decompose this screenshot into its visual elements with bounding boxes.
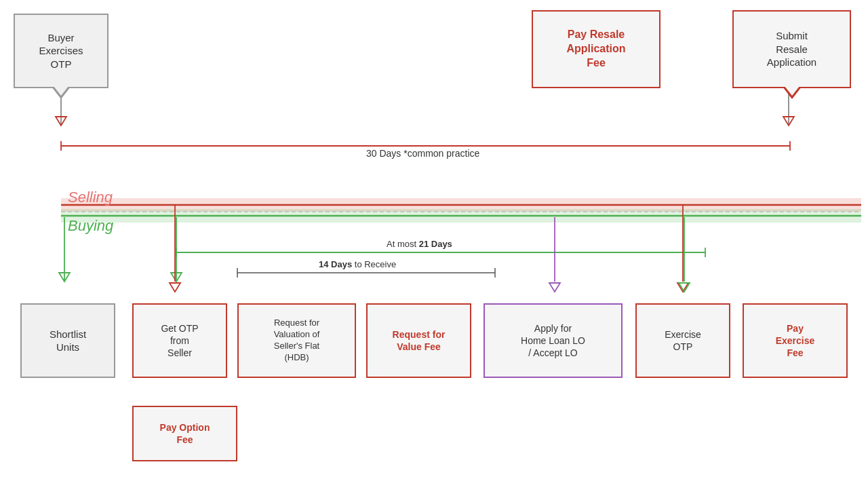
pay-option-fee-label: Pay OptionFee [160,421,210,446]
pay-exercise-fee-box: PayExerciseFee [743,303,848,378]
21-days-label: At most 21 Days [387,239,452,249]
selling-band [61,198,861,212]
buyer-otp-pentagon-fill [54,86,68,96]
exercise-otp-label: ExerciseOTP [665,328,701,353]
exercise-otp-box: ExerciseOTP [635,303,730,378]
apply-home-loan-label: Apply forHome Loan LO/ Accept LO [521,322,585,360]
request-value-fee-label: Request forValue Fee [393,328,446,353]
buying-label: Buying [68,217,113,235]
exercise-green-arrow [679,283,690,292]
submit-pentagon-fill [785,86,800,96]
submit-up-arrow [783,117,794,126]
applyloan-down-arrow [549,283,560,292]
get-otp-box: Get OTPfromSeller [132,303,227,378]
submit-resale-app-label: SubmitResaleApplication [767,29,816,69]
pay-resale-app-fee-box: Pay ResaleApplicationFee [532,10,660,88]
buyer-exercises-otp-box: BuyerExercisesOTP [14,14,108,88]
request-valuation-label: Request forValuation ofSeller's Flat(HDB… [274,318,320,364]
thirty-days-label: 30 Days *common practice [366,148,479,159]
pay-option-fee-box: Pay OptionFee [132,406,237,461]
exercise-red-arrow [677,283,688,292]
shortlist-down-arrow [59,273,70,282]
shortlist-units-box: ShortlistUnits [20,303,115,378]
selling-label: Selling [68,189,113,206]
14-days-label: 14 Days to Receive [319,259,396,269]
pay-resale-app-fee-label: Pay ResaleApplicationFee [566,28,625,70]
request-value-fee-box: Request forValue Fee [366,303,471,378]
get-otp-label: Get OTPfromSeller [161,322,198,360]
getotp-red-arrow [170,283,180,292]
pay-exercise-fee-label: PayExerciseFee [776,322,815,360]
diagram: BuyerExercisesOTP Pay ResaleApplicationF… [0,0,868,477]
getotp-down-arrow [171,273,182,282]
apply-home-loan-box: Apply forHome Loan LO/ Accept LO [484,303,623,378]
submit-resale-app-box: SubmitResaleApplication [732,10,851,88]
shortlist-units-label: ShortlistUnits [50,328,86,354]
request-valuation-box: Request forValuation ofSeller's Flat(HDB… [237,303,356,378]
buying-band [61,209,861,223]
buyer-up-arrow [56,117,66,126]
buyer-exercises-otp-label: BuyerExercisesOTP [39,31,83,71]
